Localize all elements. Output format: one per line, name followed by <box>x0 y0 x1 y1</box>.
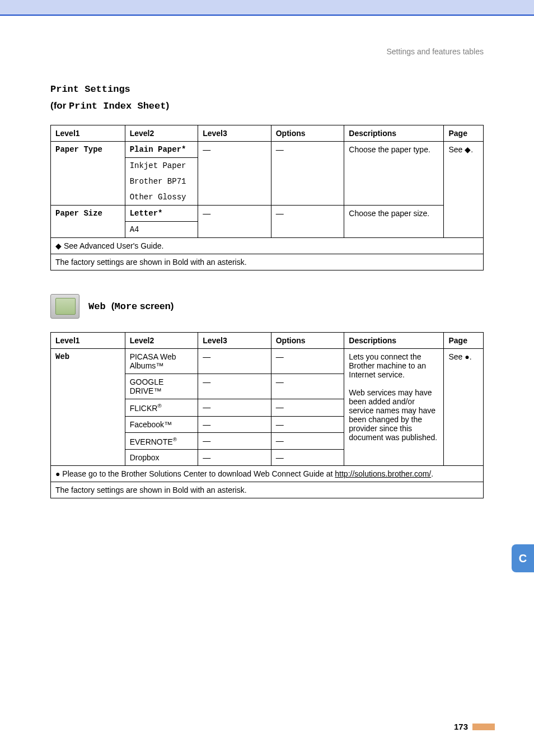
cell-dash: — <box>271 206 344 238</box>
note-advanced-guide: ◆ See Advanced User's Guide. <box>51 238 484 254</box>
note-suffix: . <box>431 469 433 478</box>
cell-bp71: Brother BP71 <box>125 174 198 189</box>
cell-dash: — <box>271 399 344 417</box>
th-page: Page <box>444 333 484 349</box>
cell-inkjet: Inkjet Paper <box>125 158 198 174</box>
table-print-settings: Level1 Level2 Level3 Options Description… <box>50 125 484 270</box>
cell-dash: — <box>198 399 271 417</box>
th-level2: Level2 <box>125 125 198 142</box>
cell-dropbox: Dropbox <box>125 450 198 466</box>
cell-desc-paper-size: Choose the paper size. <box>344 206 444 238</box>
table-note-row: ● Please go to the Brother Solutions Cen… <box>51 466 484 482</box>
th-level1: Level1 <box>51 125 125 142</box>
th-options: Options <box>271 125 344 142</box>
cell-web: Web <box>51 349 125 466</box>
th-options: Options <box>271 333 344 349</box>
th-level1: Level1 <box>51 333 125 349</box>
cell-dash: — <box>198 349 271 374</box>
note-factory-settings: The factory settings are shown in Bold w… <box>51 254 484 270</box>
evernote-text: EVERNOTE <box>130 437 173 446</box>
cell-paper-size: Paper Size <box>51 206 125 238</box>
reg-mark: ® <box>173 436 177 442</box>
table-header-row: Level1 Level2 Level3 Options Description… <box>51 333 484 349</box>
section-tab-c[interactable]: C <box>512 544 534 572</box>
page-number: 173 <box>454 722 468 731</box>
cell-picasa: PICASA Web Albums™ <box>125 349 198 374</box>
cell-dash: — <box>271 142 344 206</box>
subtitle-suffix: ) <box>166 100 169 111</box>
th-level3: Level3 <box>198 333 271 349</box>
desc-text-1: Lets you connect the Brother machine to … <box>349 352 426 379</box>
folder-icon <box>50 294 79 319</box>
table-note-row: The factory settings are shown in Bold w… <box>51 482 484 498</box>
cell-desc-paper-type: Choose the paper type. <box>344 142 444 206</box>
cell-dash: — <box>198 142 271 206</box>
table-header-row: Level1 Level2 Level3 Options Description… <box>51 125 484 142</box>
reg-mark: ® <box>157 403 161 409</box>
table-row: Paper Type Plain Paper* — — Choose the p… <box>51 142 484 158</box>
breadcrumb: Settings and features tables <box>50 47 484 56</box>
cell-plain-paper: Plain Paper* <box>125 142 198 158</box>
cell-dash: — <box>198 416 271 432</box>
cell-dash: — <box>198 432 271 450</box>
cell-dash: — <box>198 374 271 399</box>
page-content: Settings and features tables Print Setti… <box>0 16 534 544</box>
note-prefix: ● Please go to the Brother Solutions Cen… <box>55 469 335 478</box>
th-page: Page <box>444 125 484 142</box>
cell-dash: — <box>271 450 344 466</box>
cell-dash: — <box>271 432 344 450</box>
flickr-text: FLICKR <box>130 404 158 413</box>
cell-dash: — <box>198 450 271 466</box>
table-web: Level1 Level2 Level3 Options Description… <box>50 332 484 498</box>
subtitle-prefix: (for <box>50 100 69 111</box>
section-title-print-settings: Print Settings <box>50 84 484 95</box>
web-heading-label: Web <box>88 301 111 312</box>
table-note-row: ◆ See Advanced User's Guide. <box>51 238 484 254</box>
section-subtitle: (for Print Index Sheet) <box>50 100 484 111</box>
table-row: Paper Size Letter* — — Choose the paper … <box>51 206 484 222</box>
cell-other-glossy: Other Glossy <box>125 189 198 206</box>
cell-facebook: Facebook™ <box>125 416 198 432</box>
cell-page-ref: See ◆. <box>444 142 484 238</box>
th-level3: Level3 <box>198 125 271 142</box>
cell-web-desc: Lets you connect the Brother machine to … <box>344 349 444 466</box>
solutions-link[interactable]: http://solutions.brother.com/ <box>335 469 431 478</box>
footer-accent-bar <box>472 724 495 730</box>
top-accent-bar <box>0 0 534 16</box>
cell-dash: — <box>271 349 344 374</box>
th-descriptions: Descriptions <box>344 333 444 349</box>
cell-google-drive: GOOGLE DRIVE™ <box>125 374 198 399</box>
table-note-row: The factory settings are shown in Bold w… <box>51 254 484 270</box>
cell-flickr: FLICKR® <box>125 399 198 417</box>
note-solutions-center: ● Please go to the Brother Solutions Cen… <box>51 466 484 482</box>
th-descriptions: Descriptions <box>344 125 444 142</box>
web-heading-rest: screen) <box>137 301 174 311</box>
section-head-web: Web (More screen) <box>50 294 484 319</box>
cell-evernote: EVERNOTE® <box>125 432 198 450</box>
cell-dash: — <box>271 416 344 432</box>
cell-dash: — <box>198 206 271 238</box>
note-factory-settings: The factory settings are shown in Bold w… <box>51 482 484 498</box>
cell-paper-type: Paper Type <box>51 142 125 206</box>
cell-dash: — <box>271 374 344 399</box>
th-level2: Level2 <box>125 333 198 349</box>
desc-text-2: Web services may have been added and/or … <box>349 388 437 442</box>
web-heading: Web (More screen) <box>88 301 174 312</box>
table-row: Web PICASA Web Albums™ — — Lets you conn… <box>51 349 484 374</box>
cell-page-ref: See ●. <box>444 349 484 466</box>
page-footer: 173 <box>454 722 495 731</box>
subtitle-mono: Print Index Sheet <box>69 101 166 111</box>
web-heading-more: More <box>114 301 137 312</box>
cell-letter: Letter* <box>125 206 198 222</box>
cell-a4: A4 <box>125 222 198 238</box>
